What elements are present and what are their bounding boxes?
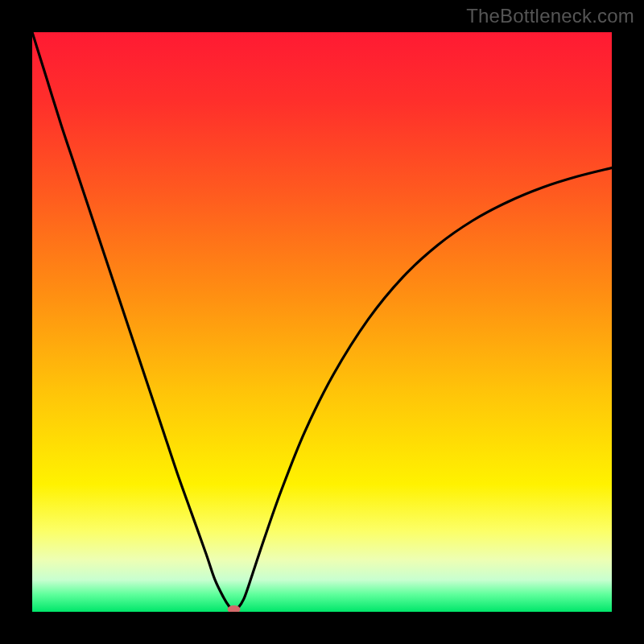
plot-area [32,32,612,612]
curve-line [32,32,612,611]
chart-frame: TheBottleneck.com [0,0,644,644]
watermark-text: TheBottleneck.com [466,5,634,27]
curve-layer [32,32,612,612]
